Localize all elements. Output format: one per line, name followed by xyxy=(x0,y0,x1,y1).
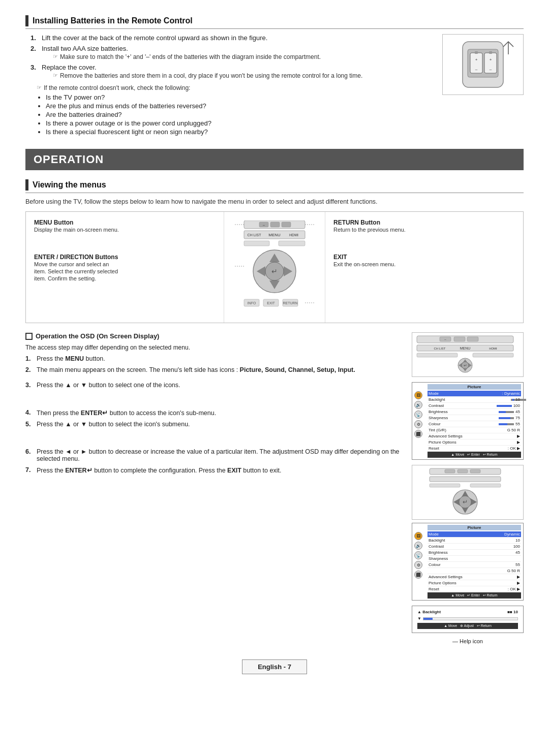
osd-step-7: 7. Press the ENTER↵ button to complete t… xyxy=(25,466,400,474)
step-1-num: 1. xyxy=(30,34,39,42)
check-note: ☞ If the remote control doesn't work, ch… xyxy=(37,84,432,91)
step-3-note-text: Remove the batteries and store them in a… xyxy=(60,72,362,79)
backlight-value: ■■ 10 xyxy=(507,610,518,614)
backlight-fill xyxy=(423,618,433,620)
svg-rect-58 xyxy=(445,469,455,473)
step-3-note: ☞ Remove the batteries and store them in… xyxy=(53,72,362,79)
osd-step-3-text: Press the ▲ or ▼ button to select one of… xyxy=(37,382,180,389)
viewing-description: Before using the TV, follow the steps be… xyxy=(25,198,524,205)
svg-rect-20 xyxy=(244,241,269,246)
viewing-title: Viewing the menus xyxy=(33,180,106,190)
icon-input-2: ⬛ xyxy=(414,571,422,579)
batteries-text: 1. Lift the cover at the back of the rem… xyxy=(25,34,432,137)
svg-rect-3 xyxy=(475,51,478,54)
return-desc: Return to the previous menu. xyxy=(333,227,406,233)
remote-dpad-svg: – CH LIST MENU HDMI ↵ xyxy=(234,220,315,314)
tv-row-advanced: Advanced Settings▶ xyxy=(428,433,521,439)
note-icon-3: ☞ xyxy=(53,72,58,79)
osd-step-3: 3. Press the ▲ or ▼ button to select one… xyxy=(25,382,400,389)
svg-text:HDMI: HDMI xyxy=(289,233,298,237)
tv-row-options-2: Picture Options▶ xyxy=(428,580,521,586)
exit-label: EXIT xyxy=(333,254,347,261)
svg-text:INFO: INFO xyxy=(248,301,256,305)
small-remote-svg-2: ↵ xyxy=(414,467,516,516)
tv-row-sharpness-2: Sharpness xyxy=(428,556,521,562)
svg-rect-15 xyxy=(282,222,291,227)
tv-side-icons: 🖼 🔊 📡 ⚙ ⬛ xyxy=(414,384,425,458)
tv-menu-content-2: Picture ModeDynamic Backlight10 Contrast… xyxy=(428,525,521,598)
help-icon-label: — Help icon xyxy=(412,638,524,644)
tv-row-options: Picture Options▶ xyxy=(428,439,521,446)
icon-channel-2: 📡 xyxy=(414,551,422,559)
tv-with-icons: 🖼 🔊 📡 ⚙ ⬛ Picture Mode: Dynamic Backligh… xyxy=(414,384,521,458)
backlight-footer: ▲ Move ⊕ Adjust ↩ Return xyxy=(417,623,518,629)
tv-row-colour: Colour 55 xyxy=(428,421,521,427)
osd-step-4: 4. Then press the ENTER↵ button to acces… xyxy=(25,409,400,417)
batteries-title: Installing Batteries in the Remote Contr… xyxy=(33,16,193,25)
icon-picture: 🖼 xyxy=(414,391,422,399)
svg-text:↵: ↵ xyxy=(464,363,467,368)
step-3: 3. Replace the cover. ☞ Remove the batte… xyxy=(30,64,432,79)
backlight-adjust: ▲ Backlight ■■ 10 ▼ ▲ Move ⊕ Adjust ↩ Re… xyxy=(414,608,521,631)
menu-diagram: MENU Button Display the main on-screen m… xyxy=(25,211,524,323)
svg-text:↵: ↵ xyxy=(463,498,468,506)
tv-row-tint-2: G 50 R xyxy=(428,568,521,574)
tv-row-brightness-2: Brightness45 xyxy=(428,550,521,556)
osd-step-5: 5. Press the ▲ or ▼ button to select the… xyxy=(25,421,400,428)
tv-row-reset-2: Reset: OK ▶ xyxy=(428,586,521,592)
osd-section: Operation the OSD (On Screen Display) Th… xyxy=(25,332,524,644)
osd-text-area: Operation the OSD (On Screen Display) Th… xyxy=(25,332,400,644)
osd-step-6-num: 6. xyxy=(25,448,34,462)
icon-input: ⬛ xyxy=(414,430,422,438)
batteries-content: 1. Lift the cover at the back of the rem… xyxy=(25,34,524,137)
tv-row-advanced-2: Advanced Settings▶ xyxy=(428,574,521,580)
note-icon-check: ☞ xyxy=(37,84,42,91)
svg-rect-63 xyxy=(470,484,501,487)
access-note: The access step may differ depending on … xyxy=(25,344,400,351)
osd-step-2-text: The main menu appears on the screen. The… xyxy=(37,366,355,373)
tv-row-sharpness: Sharpness 75 xyxy=(428,415,521,421)
tv-footer-1: ▲ Move ↵ Enter ↩ Return xyxy=(428,452,521,458)
svg-rect-61 xyxy=(430,477,501,482)
osd-step-2: 2. The main menu appears on the screen. … xyxy=(25,366,400,373)
osd-steps: 1. Press the MENU button. 2. The main me… xyxy=(25,355,400,474)
tv-row-mode: Mode: Dynamic xyxy=(428,391,521,397)
svg-text:CH LIST: CH LIST xyxy=(248,233,262,237)
backlight-bar-area: ▼ xyxy=(417,616,518,621)
tv-menu-content: Picture Mode: Dynamic Backlight 10 Cont xyxy=(428,384,521,458)
tv-title-2: Picture xyxy=(428,525,521,530)
batteries-image: + – + – xyxy=(442,34,524,95)
enter-desc3: item. Confirm the setting. xyxy=(34,275,96,281)
step-2-num: 2. xyxy=(30,45,39,60)
svg-rect-60 xyxy=(470,469,480,473)
step-3-content: Replace the cover. ☞ Remove the batterie… xyxy=(42,64,362,79)
svg-text:EXIT: EXIT xyxy=(267,301,275,305)
check-item-5: Is there a special fluorescent light or … xyxy=(46,128,432,136)
tv-row-brightness: Brightness 45 xyxy=(428,409,521,415)
return-label: RETURN Button xyxy=(333,219,380,226)
enter-label: ENTER / DIRECTION Buttons xyxy=(34,254,118,261)
small-remote-svg-1: – CH LIST MENU HDMI ↵ xyxy=(414,335,516,373)
tv-menu-screen-1: 🖼 🔊 📡 ⚙ ⬛ Picture Mode: Dynamic Backligh… xyxy=(412,382,524,460)
step-1-text: Lift the cover at the back of the remote… xyxy=(42,34,267,42)
page-footer: English - 7 xyxy=(25,659,524,674)
osd-step-2-num: 2. xyxy=(25,366,34,373)
footer-text: English - 7 xyxy=(242,659,307,674)
backlight-header: ▲ Backlight ■■ 10 xyxy=(417,610,518,614)
step-2-text: Install two AAA size batteries. xyxy=(42,45,128,52)
svg-rect-59 xyxy=(458,469,468,473)
tv-row-backlight: Backlight 10 xyxy=(428,397,521,403)
osd-step-4-num: 4. xyxy=(25,409,34,417)
osd-step-1: 1. Press the MENU button. xyxy=(25,355,400,362)
svg-text:MENU: MENU xyxy=(268,233,281,237)
osd-step-5-text: Press the ▲ or ▼ button to select the ic… xyxy=(37,421,190,428)
icon-setup: ⚙ xyxy=(414,420,422,428)
tv-footer-2: ▲ Move ↵ Enter ↩ Return xyxy=(428,592,521,598)
backlight-track xyxy=(423,617,518,620)
svg-text:CH LIST: CH LIST xyxy=(434,347,445,350)
step-3-text: Replace the cover. xyxy=(42,64,97,71)
osd-step-5-num: 5. xyxy=(25,421,34,428)
svg-text:–: – xyxy=(475,67,478,72)
tv-row-mode-2: ModeDynamic xyxy=(428,531,521,538)
tv-row-tint: Tint (G/R)G 50 R xyxy=(428,427,521,433)
